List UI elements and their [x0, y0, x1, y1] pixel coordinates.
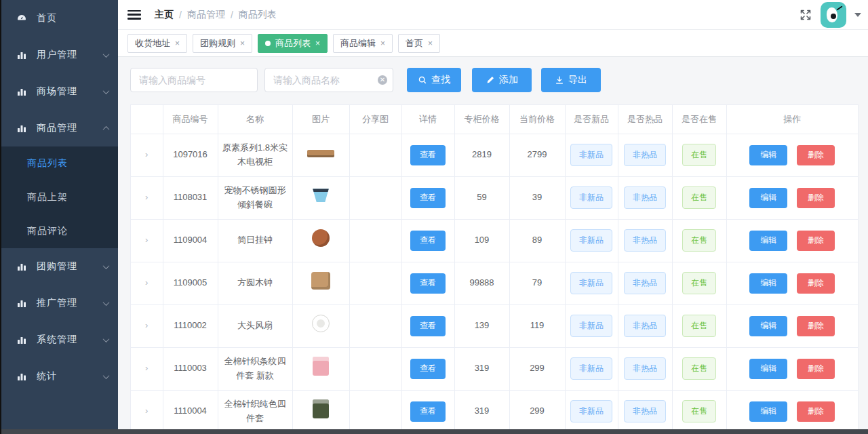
- is-hot-badge[interactable]: 非热品: [624, 144, 666, 166]
- goods-sku-input[interactable]: [130, 68, 258, 92]
- close-icon[interactable]: ×: [240, 39, 245, 47]
- close-icon[interactable]: ×: [380, 39, 385, 47]
- sidebar-item-goods[interactable]: 商品管理: [1, 110, 118, 146]
- sidebar-item-users[interactable]: 用户管理: [1, 37, 118, 73]
- close-icon[interactable]: ×: [428, 39, 433, 47]
- delete-button[interactable]: 删除: [797, 316, 835, 336]
- sidebar-item-label: 团购管理: [37, 260, 104, 273]
- app-window: 首页 用户管理 商场管理 商品管理 商品列表: [0, 0, 868, 434]
- tab-home[interactable]: 首页 ×: [398, 34, 440, 53]
- fullscreen-icon[interactable]: [799, 8, 812, 22]
- is-hot-badge[interactable]: 非热品: [624, 186, 666, 209]
- view-detail-button[interactable]: 查看: [410, 188, 446, 208]
- expand-row-icon[interactable]: ›: [145, 406, 148, 416]
- current-price-cell: 79: [509, 262, 565, 304]
- view-detail-button[interactable]: 查看: [410, 145, 446, 165]
- sidebar-item-goods-comments[interactable]: 商品评论: [1, 214, 118, 248]
- current-price-cell: 299: [509, 390, 565, 433]
- view-detail-button[interactable]: 查看: [410, 231, 446, 251]
- is-new-badge[interactable]: 非新品: [570, 229, 612, 252]
- goods-thumbnail: [313, 399, 329, 418]
- tab-groupon-rules[interactable]: 团购规则 ×: [193, 34, 252, 53]
- on-sale-badge[interactable]: 在售: [682, 315, 716, 337]
- is-hot-badge[interactable]: 非热品: [624, 400, 666, 422]
- is-hot-badge[interactable]: 非热品: [624, 315, 666, 337]
- user-menu-caret-icon[interactable]: [854, 13, 861, 17]
- content-area: ✕ 查找 添加 导出: [118, 57, 868, 434]
- is-new-badge[interactable]: 非新品: [570, 400, 612, 422]
- export-button[interactable]: 导出: [541, 68, 601, 92]
- sidebar-item-stats[interactable]: 统计: [1, 358, 118, 395]
- on-sale-badge[interactable]: 在售: [682, 144, 716, 166]
- is-hot-badge[interactable]: 非热品: [624, 357, 666, 380]
- chevron-up-icon: [103, 125, 110, 132]
- goods-id-cell: 1097016: [163, 134, 218, 176]
- is-new-badge[interactable]: 非新品: [570, 144, 612, 166]
- sidebar-item-malls[interactable]: 商场管理: [1, 73, 118, 110]
- expand-row-icon[interactable]: ›: [145, 192, 148, 202]
- edit-button[interactable]: 编辑: [749, 231, 787, 251]
- on-sale-badge[interactable]: 在售: [682, 229, 716, 252]
- current-price-cell: 89: [509, 219, 565, 262]
- on-sale-badge[interactable]: 在售: [682, 186, 716, 209]
- search-button-label: 查找: [431, 74, 450, 86]
- delete-button[interactable]: 删除: [797, 231, 835, 251]
- on-sale-badge[interactable]: 在售: [682, 357, 716, 380]
- tab-goods-edit[interactable]: 商品编辑 ×: [333, 34, 393, 53]
- bar-chart-icon: [16, 261, 27, 272]
- expand-row-icon[interactable]: ›: [145, 235, 148, 245]
- breadcrumb-home[interactable]: 主页: [155, 9, 174, 21]
- edit-button[interactable]: 编辑: [749, 316, 787, 336]
- is-new-badge[interactable]: 非新品: [570, 186, 612, 209]
- expand-row-icon[interactable]: ›: [145, 149, 148, 159]
- close-icon[interactable]: ×: [175, 39, 180, 47]
- tab-shipping-address[interactable]: 收货地址 ×: [127, 34, 187, 53]
- delete-button[interactable]: 删除: [797, 359, 835, 379]
- is-new-badge[interactable]: 非新品: [570, 315, 612, 337]
- view-detail-button[interactable]: 查看: [410, 359, 446, 379]
- goods-name-input-wrap: ✕: [264, 68, 393, 92]
- add-button[interactable]: 添加: [472, 68, 532, 92]
- is-hot-badge[interactable]: 非热品: [624, 229, 666, 252]
- clear-input-icon[interactable]: ✕: [378, 75, 387, 85]
- delete-button[interactable]: 删除: [797, 145, 835, 165]
- edit-button[interactable]: 编辑: [749, 145, 787, 165]
- on-sale-badge[interactable]: 在售: [682, 400, 716, 422]
- edit-button[interactable]: 编辑: [749, 359, 787, 379]
- view-detail-button[interactable]: 查看: [410, 316, 446, 336]
- delete-button[interactable]: 删除: [797, 188, 835, 208]
- table-row: › 1109005 方圆木钟 查看 99888 79 非新品 非热品 在售 编辑…: [131, 262, 858, 304]
- counter-price-cell: 319: [454, 347, 509, 390]
- expand-row-icon[interactable]: ›: [145, 277, 148, 288]
- expand-row-icon[interactable]: ›: [145, 363, 148, 373]
- delete-button[interactable]: 删除: [797, 273, 835, 294]
- sidebar-item-promotion[interactable]: 推广管理: [1, 285, 118, 321]
- edit-button[interactable]: 编辑: [749, 273, 787, 294]
- hamburger-icon[interactable]: [127, 10, 141, 20]
- sidebar-item-groupon[interactable]: 团购管理: [1, 248, 118, 285]
- sidebar-item-home[interactable]: 首页: [1, 0, 118, 37]
- is-hot-badge[interactable]: 非热品: [624, 272, 666, 294]
- search-button[interactable]: 查找: [407, 68, 461, 92]
- user-avatar[interactable]: [821, 2, 846, 28]
- on-sale-badge[interactable]: 在售: [682, 272, 716, 294]
- edit-button[interactable]: 编辑: [749, 401, 787, 422]
- edit-button[interactable]: 编辑: [749, 188, 787, 208]
- is-new-badge[interactable]: 非新品: [570, 357, 612, 380]
- sidebar-item-system[interactable]: 系统管理: [1, 321, 118, 358]
- view-detail-button[interactable]: 查看: [410, 401, 446, 422]
- goods-name-cell: 宠物不锈钢圆形倾斜餐碗: [218, 176, 292, 219]
- sidebar-item-goods-publish[interactable]: 商品上架: [1, 180, 118, 214]
- dashboard-icon: [16, 13, 27, 24]
- goods-name-input[interactable]: [264, 68, 393, 92]
- search-icon: [418, 75, 427, 85]
- close-icon[interactable]: ×: [315, 39, 320, 47]
- col-picture: 图片: [292, 105, 349, 134]
- is-new-badge[interactable]: 非新品: [570, 272, 612, 294]
- breadcrumb-level1: 商品管理: [187, 9, 225, 21]
- view-detail-button[interactable]: 查看: [410, 273, 446, 294]
- expand-row-icon[interactable]: ›: [145, 320, 148, 330]
- sidebar-item-goods-list[interactable]: 商品列表: [1, 146, 118, 180]
- tab-goods-list[interactable]: 商品列表 ×: [258, 34, 328, 53]
- delete-button[interactable]: 删除: [797, 401, 835, 422]
